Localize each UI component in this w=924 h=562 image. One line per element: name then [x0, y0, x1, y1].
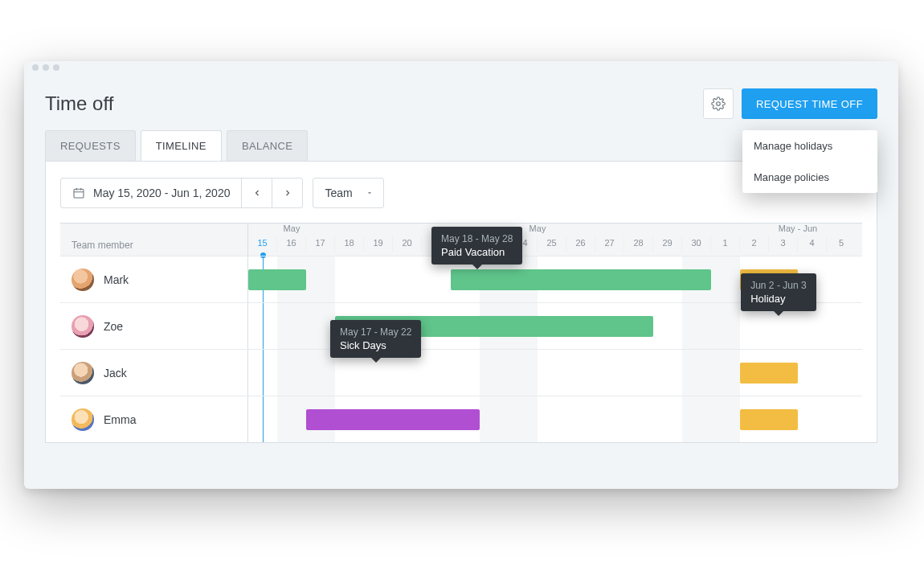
- avatar: [72, 408, 94, 431]
- day-label: 19: [364, 236, 393, 252]
- member-cell: Emma: [60, 396, 248, 442]
- window-controls: [32, 64, 890, 71]
- tooltip-label: Paid Vacation: [441, 246, 513, 258]
- day-label: 27: [595, 236, 624, 252]
- member-name: Mark: [104, 273, 129, 286]
- window-close-dot[interactable]: [32, 64, 39, 71]
- weekend-stripe: [682, 350, 740, 396]
- day-label: 1: [711, 236, 740, 252]
- day-label: 17: [306, 236, 335, 252]
- app-window: Time off REQUEST TIME OFF REQUESTS TIMEL…: [24, 61, 898, 489]
- settings-button[interactable]: [703, 88, 734, 119]
- member-cell: Jack: [60, 350, 248, 396]
- day-label: 4: [798, 236, 827, 252]
- member-name: Emma: [104, 413, 136, 426]
- date-next-button[interactable]: [272, 178, 302, 207]
- tab-balance[interactable]: BALANCE: [227, 130, 309, 161]
- caret-down-icon: [366, 189, 374, 197]
- month-label: May: [248, 224, 335, 236]
- page-header: Time off REQUEST TIME OFF: [24, 76, 898, 130]
- tooltip-range: May 17 - May 22: [340, 326, 411, 338]
- svg-point-0: [717, 102, 721, 106]
- timeoff-bar-vacation[interactable]: [248, 269, 306, 290]
- tab-requests[interactable]: REQUESTS: [45, 130, 136, 161]
- weekend-stripe: [277, 303, 335, 349]
- day-label: 16: [277, 236, 306, 252]
- member-row: Jack: [60, 349, 862, 396]
- weekend-stripe: [277, 350, 335, 396]
- today-line: [263, 303, 264, 349]
- bar-tooltip: Jun 2 - Jun 3Holiday: [741, 273, 816, 311]
- tooltip-range: Jun 2 - Jun 3: [750, 280, 806, 291]
- member-track: [248, 396, 862, 442]
- scope-selected: Team: [325, 187, 352, 199]
- menu-item-manage-policies[interactable]: Manage policies: [742, 162, 877, 193]
- member-name: Zoe: [104, 320, 123, 333]
- settings-menu: Manage holidays Manage policies: [742, 130, 877, 193]
- bar-tooltip: May 17 - May 22Sick Days: [330, 320, 421, 358]
- weekend-stripe: [682, 396, 740, 442]
- bar-tooltip: May 18 - May 28Paid Vacation: [431, 227, 522, 265]
- date-range-text: May 15, 2020 - Jun 1, 2020: [93, 187, 230, 199]
- tooltip-label: Sick Days: [340, 339, 411, 351]
- tooltip-label: Holiday: [750, 293, 806, 305]
- member-cell: Zoe: [60, 303, 248, 349]
- member-cell: Mark: [60, 256, 248, 302]
- day-label: 28: [624, 236, 653, 252]
- window-min-dot[interactable]: [43, 64, 49, 71]
- timeoff-bar-vacation[interactable]: [451, 269, 711, 290]
- day-label: 3: [769, 236, 798, 252]
- day-label: 25: [538, 236, 566, 252]
- date-prev-button[interactable]: [241, 178, 272, 207]
- day-label: 15: [248, 236, 277, 252]
- tooltip-range: May 18 - May 28: [441, 233, 513, 244]
- page-title: Time off: [45, 92, 113, 115]
- timeline-grid: Team memberMayMayMay - Jun15161718192021…: [60, 223, 862, 442]
- member-header: Team member: [60, 224, 248, 256]
- chevron-right-icon: [283, 188, 292, 198]
- header-actions: REQUEST TIME OFF: [703, 88, 877, 119]
- month-label: May - Jun: [740, 224, 856, 236]
- weekend-stripe: [682, 303, 740, 349]
- day-label: 18: [335, 236, 364, 252]
- member-name: Jack: [104, 367, 127, 379]
- day-label: 20: [393, 236, 422, 252]
- date-range-picker[interactable]: May 15, 2020 - Jun 1, 2020: [60, 178, 303, 208]
- chevron-left-icon: [252, 188, 262, 198]
- timeoff-bar-holiday[interactable]: [740, 409, 798, 430]
- timeoff-bar-sick[interactable]: [306, 409, 480, 430]
- request-time-off-button[interactable]: REQUEST TIME OFF: [742, 88, 877, 119]
- date-range-label: May 15, 2020 - Jun 1, 2020: [61, 178, 241, 207]
- avatar: [72, 362, 94, 384]
- timeline-panel: May 15, 2020 - Jun 1, 2020 Team Team mem…: [45, 161, 877, 443]
- day-label: 29: [653, 236, 682, 252]
- window-titlebar: [24, 61, 898, 76]
- gear-icon: [711, 96, 726, 111]
- svg-rect-1: [74, 189, 84, 198]
- today-line: [263, 350, 264, 396]
- scope-select[interactable]: Team: [313, 178, 383, 208]
- weekend-stripe: [480, 396, 538, 442]
- avatar: [72, 269, 94, 291]
- day-label: 2: [740, 236, 769, 252]
- day-label: 5: [827, 236, 856, 252]
- day-label: 26: [566, 236, 595, 252]
- window-max-dot[interactable]: [53, 64, 59, 71]
- weekend-stripe: [480, 350, 538, 396]
- day-label: 30: [682, 236, 711, 252]
- today-line: [263, 396, 264, 442]
- member-row: Emma: [60, 396, 862, 442]
- menu-item-manage-holidays[interactable]: Manage holidays: [742, 130, 877, 162]
- avatar: [72, 315, 94, 338]
- date-columns: MayMayMay - Jun1516171819202122232425262…: [248, 224, 862, 256]
- tab-timeline[interactable]: TIMELINE: [141, 130, 222, 161]
- month-label: May: [335, 224, 740, 236]
- timeoff-bar-holiday[interactable]: [740, 363, 798, 384]
- calendar-icon: [72, 187, 85, 199]
